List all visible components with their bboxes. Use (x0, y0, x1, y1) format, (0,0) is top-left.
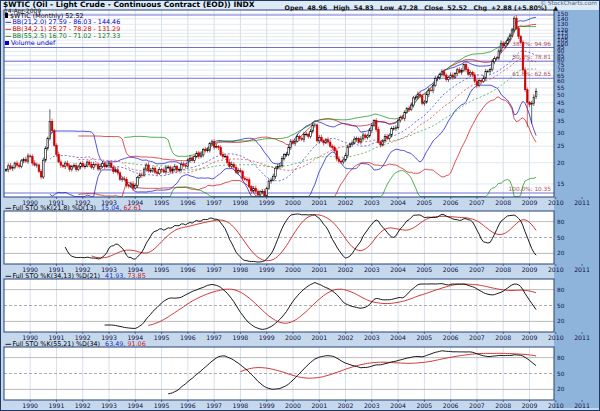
svg-text:61.8%: 62.65: 61.8%: 62.65 (512, 71, 551, 77)
svg-text:2001: 2001 (311, 334, 327, 341)
close-label: Close (424, 4, 443, 11)
svg-text:2006: 2006 (443, 199, 459, 206)
svg-text:2008: 2008 (495, 199, 511, 206)
svg-text:2005: 2005 (417, 334, 433, 341)
svg-text:2011: 2011 (574, 334, 590, 341)
close-value: 52.52 (447, 4, 467, 11)
panel-1-legend-text: Full STO %K(21,8) %D(13) (12, 204, 96, 212)
svg-text:2006: 2006 (443, 402, 459, 409)
panel-3-k-value: 63.49, (105, 340, 125, 348)
svg-text:80: 80 (557, 287, 565, 293)
svg-text:2011: 2011 (574, 199, 590, 206)
svg-text:50: 50 (557, 371, 565, 377)
svg-text:2002: 2002 (338, 266, 354, 273)
svg-text:30: 30 (557, 130, 565, 136)
svg-text:1993: 1993 (101, 402, 117, 409)
legend-volume-row: Volume undef (5, 40, 120, 47)
svg-text:25: 25 (557, 143, 565, 149)
svg-text:2004: 2004 (390, 199, 406, 206)
low-value: 47.28 (398, 4, 418, 11)
svg-text:1997: 1997 (206, 402, 222, 409)
svg-text:2007: 2007 (469, 334, 485, 341)
svg-text:2005: 2005 (417, 266, 433, 273)
line-swatch-icon: — (5, 204, 11, 212)
panel-2-d-value: 73.85 (127, 272, 145, 280)
svg-text:50.0%: 78.81: 50.0%: 78.81 (512, 54, 551, 60)
svg-text:1994: 1994 (127, 402, 143, 409)
up-arrow-icon: ▲ (553, 4, 558, 11)
open-label: Open (285, 4, 304, 11)
svg-text:80: 80 (557, 355, 565, 361)
svg-text:2010: 2010 (548, 402, 564, 409)
svg-text:100.0%: 10.35: 100.0%: 10.35 (509, 186, 552, 192)
svg-text:2001: 2001 (311, 199, 327, 206)
panel-2-k-value: 41.93, (105, 272, 125, 280)
svg-text:2003: 2003 (364, 266, 380, 273)
volume-icon (5, 41, 9, 45)
svg-text:2010: 2010 (548, 334, 564, 341)
panel-3-d-value: 91.06 (127, 340, 145, 348)
svg-text:2009: 2009 (522, 199, 538, 206)
svg-text:1991: 1991 (49, 402, 65, 409)
svg-text:1996: 1996 (180, 199, 196, 206)
stochastic-panel-3-legend: —Full STO %K(55,21) %D(34) 63.49,91.06 (5, 340, 146, 348)
legend-volume-text: Volume undef (11, 39, 55, 47)
svg-text:2000: 2000 (285, 266, 301, 273)
svg-text:2009: 2009 (522, 266, 538, 273)
svg-text:2010: 2010 (548, 266, 564, 273)
ohlc-quote-bar: Open48.96 High54.83 Low47.28 Close52.52 … (281, 4, 558, 11)
chg-label: Chg (473, 4, 487, 11)
svg-text:1997: 1997 (206, 266, 222, 273)
svg-text:2000: 2000 (285, 199, 301, 206)
svg-text:1995: 1995 (154, 199, 170, 206)
svg-text:2000: 2000 (285, 402, 301, 409)
svg-text:1998: 1998 (233, 199, 249, 206)
high-label: High (333, 4, 349, 11)
panel-1-d-value: 62.61 (123, 204, 141, 212)
svg-text:1996: 1996 (180, 402, 196, 409)
svg-text:2000: 2000 (285, 334, 301, 341)
svg-text:2003: 2003 (364, 199, 380, 206)
svg-text:1992: 1992 (75, 402, 91, 409)
svg-text:2009: 2009 (522, 402, 538, 409)
panel-1-k-value: 15.04, (101, 204, 121, 212)
main-chart-legend: $WTIC (Monthly) 52.52 —BB(21,2.0) 27.59 … (5, 13, 120, 48)
svg-text:1998: 1998 (233, 266, 249, 273)
svg-text:2005: 2005 (417, 199, 433, 206)
svg-text:20: 20 (557, 318, 565, 324)
high-value: 54.83 (354, 4, 374, 11)
svg-text:45: 45 (557, 100, 565, 106)
svg-text:2004: 2004 (390, 402, 406, 409)
candlestick-icon (5, 13, 8, 18)
svg-text:60: 60 (557, 78, 565, 84)
svg-text:2004: 2004 (390, 266, 406, 273)
svg-text:55: 55 (557, 85, 565, 91)
svg-text:35: 35 (557, 118, 565, 124)
svg-text:2003: 2003 (364, 334, 380, 341)
low-label: Low (380, 4, 394, 11)
svg-text:50: 50 (557, 303, 565, 309)
svg-text:2008: 2008 (495, 334, 511, 341)
svg-text:2001: 2001 (311, 402, 327, 409)
svg-text:2006: 2006 (443, 334, 459, 341)
svg-text:2009: 2009 (522, 334, 538, 341)
svg-text:2007: 2007 (469, 266, 485, 273)
svg-text:1999: 1999 (259, 266, 275, 273)
svg-text:2010: 2010 (548, 199, 564, 206)
svg-text:2011: 2011 (574, 266, 590, 273)
line-swatch-icon: — (5, 272, 11, 280)
svg-text:2008: 2008 (495, 402, 511, 409)
svg-text:2002: 2002 (338, 334, 354, 341)
svg-text:1997: 1997 (206, 199, 222, 206)
svg-text:20: 20 (557, 386, 565, 392)
stockcharts-chart-image: 38.2%: 94.9650.0%: 78.8161.8%: 62.65100.… (0, 0, 600, 411)
svg-text:1997: 1997 (206, 334, 222, 341)
stochastic-panel-2-legend: —Full STO %K(34,13) %D(21) 41.93,73.85 (5, 272, 146, 280)
panel-3-legend-text: Full STO %K(55,21) %D(34) (12, 340, 100, 348)
svg-text:2004: 2004 (390, 334, 406, 341)
svg-text:1996: 1996 (180, 334, 196, 341)
svg-text:1990: 1990 (22, 402, 38, 409)
svg-text:2008: 2008 (495, 266, 511, 273)
stochastic-panel-1-legend: —Full STO %K(21,8) %D(13) 15.04,62.61 (5, 204, 142, 212)
svg-text:1996: 1996 (180, 266, 196, 273)
